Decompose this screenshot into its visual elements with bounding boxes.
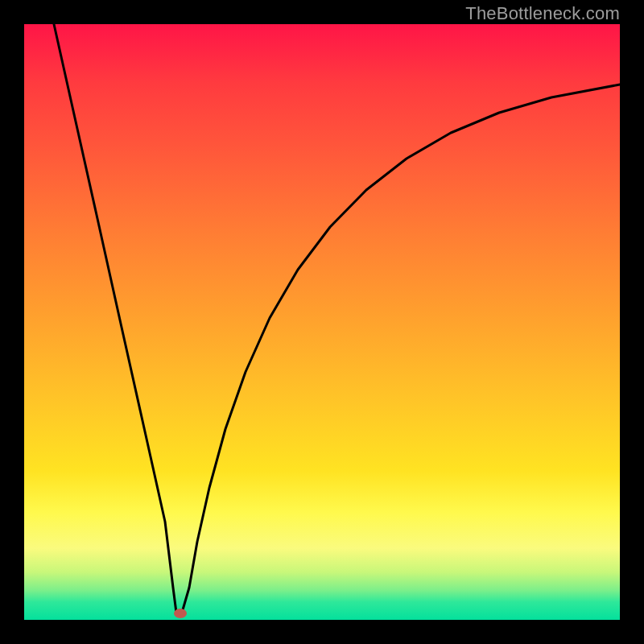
chart-frame: TheBottleneck.com bbox=[0, 0, 644, 644]
plot-area bbox=[24, 24, 620, 620]
optimum-marker bbox=[174, 609, 187, 618]
watermark-text: TheBottleneck.com bbox=[465, 3, 620, 24]
bottleneck-curve bbox=[24, 24, 620, 620]
